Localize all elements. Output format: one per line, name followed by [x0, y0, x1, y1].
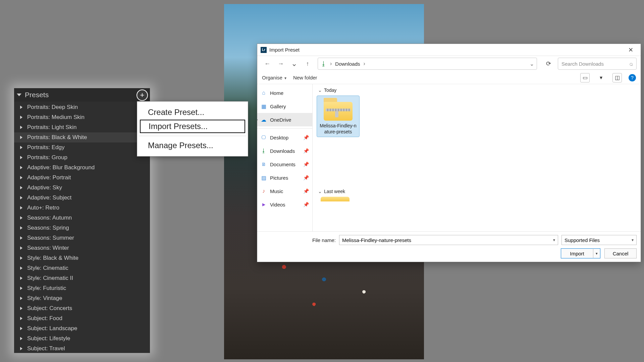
import-dropdown-button[interactable]: [593, 248, 600, 258]
nav-back-button[interactable]: [261, 58, 273, 70]
cancel-button[interactable]: Cancel: [604, 248, 637, 258]
expand-triangle-icon: [20, 116, 22, 119]
preset-item-label: Subject: Concerts: [27, 305, 72, 312]
expand-triangle-icon: [20, 106, 22, 109]
nav-forward-button[interactable]: [275, 58, 287, 70]
presets-panel-header[interactable]: Presets: [14, 88, 150, 102]
toolbar-row: Organise New folder ▭ ▾ ◫ ?: [257, 71, 641, 84]
sidebar-item-onedrive[interactable]: ›OneDrive: [257, 113, 312, 126]
gallery-icon: [261, 103, 267, 109]
preset-item[interactable]: Seasons: Spring: [14, 223, 150, 233]
pin-icon: 📌: [303, 202, 309, 207]
nav-recent-button[interactable]: [288, 58, 300, 70]
preset-item[interactable]: Subject: Landscape: [14, 323, 150, 334]
preset-item[interactable]: Portraits: Black & White: [14, 132, 150, 142]
help-button[interactable]: ?: [629, 74, 636, 81]
file-list-area: Today Melissa-Findley-n ature-presets La…: [313, 84, 641, 231]
expand-triangle-icon: [20, 287, 22, 290]
preset-item-label: Adaptive: Subject: [27, 194, 71, 201]
import-button[interactable]: Import: [561, 248, 593, 258]
documents-icon: [261, 161, 267, 167]
chevron-down-icon: ▾: [553, 238, 555, 242]
preset-item[interactable]: Subject: Lifestyle: [14, 334, 150, 344]
preset-item[interactable]: Subject: Food: [14, 313, 150, 323]
chevron-right-icon: ›: [257, 117, 258, 122]
sidebar-item-gallery[interactable]: Gallery: [257, 100, 312, 113]
expand-triangle-icon: [20, 146, 22, 149]
preset-item[interactable]: Portraits: Light Skin: [14, 122, 150, 132]
expand-triangle-icon: [20, 186, 22, 189]
dialog-body: Home Gallery ›OneDrive Desktop📌 Download…: [257, 84, 641, 231]
file-item-zip[interactable]: Melissa-Findley-n ature-presets: [317, 96, 360, 137]
nav-row: Downloads Search Downloads: [257, 56, 641, 71]
organise-button[interactable]: Organise: [262, 75, 286, 80]
expand-triangle-icon: [20, 206, 22, 209]
preset-item[interactable]: Seasons: Autumn: [14, 213, 150, 223]
preset-item[interactable]: Seasons: Summer: [14, 233, 150, 243]
expand-triangle-icon: [20, 166, 22, 169]
preset-item-label: Subject: Travel: [27, 345, 65, 352]
preset-item-label: Adaptive: Sky: [27, 184, 62, 191]
refresh-button[interactable]: [543, 58, 554, 69]
chevron-down-icon: [284, 75, 286, 80]
preset-item-label: Portraits: Light Skin: [27, 124, 76, 131]
menu-import-presets[interactable]: Import Presets...: [140, 120, 245, 133]
preset-item[interactable]: Adaptive: Sky: [14, 183, 150, 193]
preset-item[interactable]: Adaptive: Blur Background: [14, 163, 150, 173]
search-input[interactable]: Search Downloads: [558, 58, 637, 70]
sidebar-item-home[interactable]: Home: [257, 86, 312, 100]
file-name-label: Melissa-Findley-n ature-presets: [320, 123, 357, 135]
sidebar-item-videos[interactable]: Videos📌: [257, 198, 312, 211]
view-mode-button[interactable]: ▭: [580, 73, 590, 82]
preset-item[interactable]: Portraits: Medium Skin: [14, 112, 150, 122]
sidebar-item-music[interactable]: Music📌: [257, 184, 312, 198]
preset-item[interactable]: Adaptive: Subject: [14, 193, 150, 203]
new-folder-button[interactable]: New folder: [293, 75, 317, 80]
sidebar-item-downloads[interactable]: Downloads📌: [257, 144, 312, 158]
preset-item[interactable]: Style: Cinematic: [14, 263, 150, 273]
sidebar-item-desktop[interactable]: Desktop📌: [257, 131, 312, 144]
view-dropdown-button[interactable]: ▾: [596, 73, 606, 82]
preset-item[interactable]: Style: Cinematic II: [14, 273, 150, 283]
preset-item[interactable]: Adaptive: Portrait: [14, 173, 150, 183]
pin-icon: 📌: [303, 162, 309, 167]
preset-item[interactable]: Portraits: Deep Skin: [14, 102, 150, 112]
expand-triangle-icon: [20, 297, 22, 300]
expand-triangle-icon: [20, 347, 22, 350]
preset-item[interactable]: Auto+: Retro: [14, 203, 150, 213]
preset-item[interactable]: Style: Futuristic: [14, 283, 150, 293]
presets-list: Portraits: Deep SkinPortraits: Medium Sk…: [14, 102, 150, 353]
filename-input[interactable]: Melissa-Findley-nature-presets ▾: [339, 235, 558, 245]
menu-manage-presets[interactable]: Manage Presets...: [139, 139, 247, 152]
preset-item-label: Style: Black & White: [27, 255, 78, 261]
preset-item[interactable]: Seasons: Winter: [14, 243, 150, 253]
preset-item[interactable]: Portraits: Group: [14, 153, 150, 163]
group-today[interactable]: Today: [318, 87, 637, 93]
add-preset-button[interactable]: [137, 89, 148, 101]
sidebar-separator: [257, 128, 312, 129]
preset-item[interactable]: Style: Black & White: [14, 253, 150, 263]
downloads-icon: [261, 148, 267, 154]
expand-triangle-icon: [20, 337, 22, 340]
sidebar-item-pictures[interactable]: Pictures📌: [257, 171, 312, 184]
preset-item[interactable]: Style: Vintage: [14, 293, 150, 303]
preset-item[interactable]: Subject: Concerts: [14, 303, 150, 313]
preset-item-label: Seasons: Summer: [27, 235, 74, 241]
close-button[interactable]: ✕: [624, 45, 637, 55]
menu-create-preset[interactable]: Create Preset...: [139, 106, 247, 119]
chevron-down-icon: ▾: [632, 238, 634, 242]
group-last-week[interactable]: Last week: [318, 189, 637, 194]
nav-up-button[interactable]: [302, 58, 314, 70]
sidebar-item-documents[interactable]: Documents📌: [257, 158, 312, 171]
preset-item[interactable]: Subject: Travel: [14, 344, 150, 353]
breadcrumb-path[interactable]: Downloads: [318, 58, 537, 70]
preset-item-label: Auto+: Retro: [27, 204, 59, 211]
breadcrumb-dropdown-icon[interactable]: [530, 61, 534, 67]
preset-item-label: Adaptive: Portrait: [27, 174, 71, 181]
preset-item-label: Subject: Landscape: [27, 325, 77, 332]
preset-item[interactable]: Portraits: Edgy: [14, 142, 150, 153]
preview-pane-button[interactable]: ◫: [612, 73, 622, 82]
expand-triangle-icon: [20, 307, 22, 310]
partial-folder-icon[interactable]: [321, 197, 350, 201]
file-type-filter[interactable]: Supported Files ▾: [561, 235, 637, 245]
